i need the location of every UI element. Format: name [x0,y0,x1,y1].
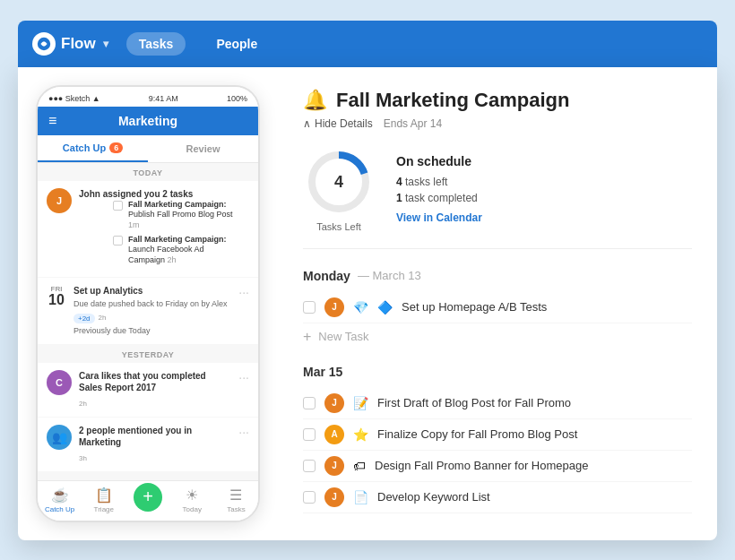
project-header: 🔔 Fall Marketing Campaign [303,89,692,112]
ends-date: Ends Apr 14 [384,117,442,130]
mentions-content: 2 people mentioned you in Marketing 3h [79,425,231,464]
phone-tab-catchup[interactable]: Catch Up 6 [38,135,148,162]
avatar-banner: J [324,456,344,476]
draft-emoji: 📝 [353,396,368,410]
donut-chart: 4 [303,146,375,218]
phone-bottom-nav: ☕ Catch Up 📋 Triage + ☀ Today ☰ Tasks [38,480,258,521]
donut-wrapper: 4 Tasks Left [303,146,375,232]
task-copy-text: Finalize Copy for Fall Promo Blog Post [377,427,692,441]
cara-content: Cara likes that you completed Sales Repo… [79,370,231,409]
hamburger-icon[interactable]: ≡ [48,113,56,129]
date-block: FRI 10 [47,285,66,307]
task-finalize-copy: A ⭐ Finalize Copy for Fall Promo Blog Po… [303,419,692,451]
review-label: Review [186,143,220,154]
add-button[interactable]: + [134,483,162,512]
task-blog-sub: Publish Fall Promo Blog Post 1m [128,210,240,230]
new-task-row[interactable]: + New Task [303,323,692,350]
today-nav-icon: ☀ [186,487,198,504]
bottom-nav-add[interactable]: + [125,487,169,513]
day-section-mar15: Mar 15 J 📝 First Draft of Blog Post for … [303,365,692,513]
nav-logo-text: Flow [61,35,96,53]
john-activity-text: John assigned you 2 tasks [79,188,249,200]
bottom-nav-today[interactable]: ☀ Today [170,487,214,513]
task-checkbox-draft[interactable] [303,397,316,409]
scheduled-content: Set up Analytics Due date pushed back to… [74,285,231,337]
battery-indicator: 100% [227,94,247,103]
task-homepage-ab: J 💎 🔷 Set up Homepage A/B Tests [303,292,692,323]
tasks-nav-label: Tasks [227,505,245,513]
task-blog-sub-text: Publish Fall Promo Blog Post [128,210,233,219]
catchup-nav-icon: ☕ [51,487,69,504]
task-fb-sub-text: Launch Facebook Ad Campaign [128,245,204,264]
activity-john: J John assigned you 2 tasks Fall Marketi… [38,181,258,277]
blue-diamond-emoji: 🔷 [377,300,393,314]
task-fb-time: 2h [168,255,177,264]
bottom-nav-triage[interactable]: 📋 Triage [82,487,125,513]
avatar-john: J [47,188,72,213]
project-title: Fall Marketing Campaign [336,89,569,112]
tag-text: +2d [78,314,91,323]
catchup-nav-label: Catch Up [45,505,74,513]
task-banner-text: Design Fall Promo Banner for Homepage [375,459,692,472]
status-right: 100% [227,94,247,103]
day-section-monday: Monday — March 13 J 💎 🔷 Set up Homepage … [303,269,692,350]
phone-body: TODAY J John assigned you 2 tasks Fall M… [38,163,258,480]
john-activity-content: John assigned you 2 tasks Fall Marketing… [79,188,249,270]
more-icon[interactable]: ··· [238,285,249,299]
view-calendar-link[interactable]: View in Calendar [396,211,482,224]
task-checkbox-1[interactable] [113,201,123,211]
phone-header: ≡ Marketing [38,107,258,135]
mentions-text: 2 people mentioned you in Marketing [79,425,231,448]
task-checkbox-ab[interactable] [303,301,316,314]
task-checkbox-copy[interactable] [303,428,316,441]
mentions-time: 3h [79,454,87,462]
hide-details-label: Hide Details [315,117,373,130]
nav-logo: Flow ▾ [32,32,108,56]
project-emoji: 🔔 [303,89,327,112]
task-checkbox-banner[interactable] [303,460,316,472]
nav-tab-tasks[interactable]: Tasks [126,32,186,56]
mentions-more-icon[interactable]: ··· [238,425,249,439]
svg-text:4: 4 [334,173,343,191]
nav-tab-people[interactable]: People [203,32,270,56]
main-content: ●●● Sketch ▲ 9:41 AM 100% ≡ Marketing Ca… [18,67,717,540]
scheduled-time: 2h [99,314,107,322]
tag-emoji: 🏷 [353,459,366,473]
task-design-banner: J 🏷 Design Fall Promo Banner for Homepag… [303,451,692,482]
phone-tab-review[interactable]: Review [148,135,258,162]
cara-more-icon[interactable]: ··· [238,370,249,384]
day-header-monday: Monday — March 13 [303,269,692,283]
nav-bar: Flow ▾ Tasks People [18,21,717,67]
task-checkbox-2[interactable] [113,236,123,246]
avatar-draft: J [324,393,344,413]
diamond-emoji: 💎 [353,300,368,314]
day-name-monday: Monday [303,269,350,283]
avatar-copy: A [324,425,344,444]
task-checkbox-keyword[interactable] [303,491,316,504]
avatar-mentions: 👥 [47,425,72,450]
catchup-badge: 6 [109,142,123,153]
task-keyword-text: Develop Keyword List [377,490,692,504]
assigned-tag: +2d [74,314,95,323]
bottom-nav-catchup[interactable]: ☕ Catch Up [38,487,82,513]
triage-nav-icon: 📋 [95,487,113,504]
day-name-mar15: Mar 15 [303,365,342,379]
phone-mockup: ●●● Sketch ▲ 9:41 AM 100% ≡ Marketing Ca… [36,85,260,522]
tasks-nav-icon: ☰ [229,487,242,504]
nav-chevron-icon[interactable]: ▾ [103,38,108,50]
star-emoji: ⭐ [353,427,368,442]
task-blog-post: Fall Marketing Campaign: Publish Fall Pr… [79,200,249,235]
avatar-cara: C [47,370,72,395]
progress-section: 4 Tasks Left On schedule 4 tasks left 1 … [303,146,692,249]
app-wrapper: Flow ▾ Tasks People ●●● Sketch ▲ 9:41 AM… [18,21,717,540]
bottom-nav-tasks[interactable]: ☰ Tasks [214,487,258,513]
today-nav-label: Today [183,505,202,513]
hide-details-button[interactable]: ∧ Hide Details [303,117,373,130]
right-panel: 🔔 Fall Marketing Campaign ∧ Hide Details… [278,67,717,540]
triage-nav-label: Triage [94,505,114,513]
scheduled-title: Set up Analytics [74,285,231,297]
chevron-up-icon: ∧ [303,117,311,130]
catchup-label: Catch Up [63,142,106,153]
day-num: 10 [48,293,65,307]
day-date-monday: — March 13 [358,269,421,282]
